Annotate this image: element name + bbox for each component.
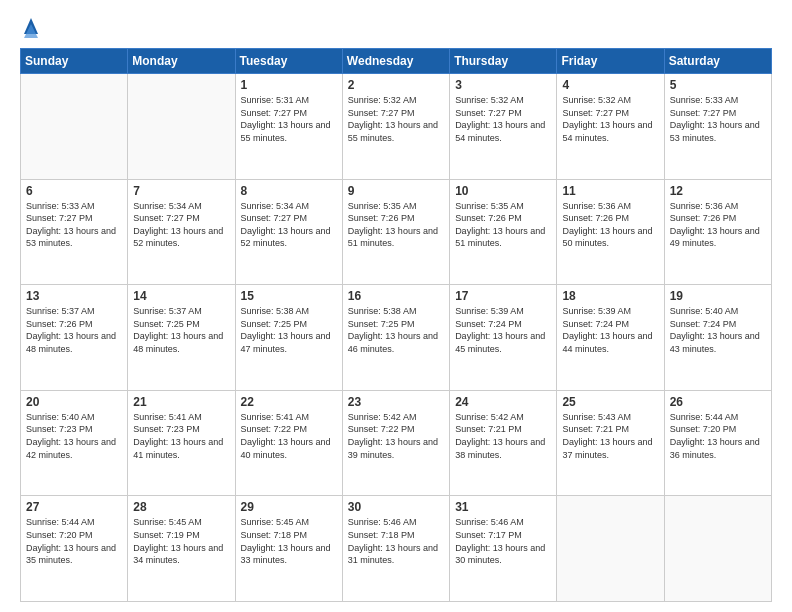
day-info: Sunrise: 5:32 AM Sunset: 7:27 PM Dayligh… — [348, 94, 444, 144]
day-number: 28 — [133, 500, 229, 514]
calendar-week-row: 1Sunrise: 5:31 AM Sunset: 7:27 PM Daylig… — [21, 74, 772, 180]
day-info: Sunrise: 5:34 AM Sunset: 7:27 PM Dayligh… — [241, 200, 337, 250]
table-row: 4Sunrise: 5:32 AM Sunset: 7:27 PM Daylig… — [557, 74, 664, 180]
day-info: Sunrise: 5:34 AM Sunset: 7:27 PM Dayligh… — [133, 200, 229, 250]
day-info: Sunrise: 5:41 AM Sunset: 7:23 PM Dayligh… — [133, 411, 229, 461]
table-row: 2Sunrise: 5:32 AM Sunset: 7:27 PM Daylig… — [342, 74, 449, 180]
day-number: 10 — [455, 184, 551, 198]
day-number: 18 — [562, 289, 658, 303]
table-row: 25Sunrise: 5:43 AM Sunset: 7:21 PM Dayli… — [557, 390, 664, 496]
logo-icon — [22, 16, 40, 38]
day-number: 17 — [455, 289, 551, 303]
day-number: 12 — [670, 184, 766, 198]
day-number: 1 — [241, 78, 337, 92]
page: Sunday Monday Tuesday Wednesday Thursday… — [0, 0, 792, 612]
table-row: 3Sunrise: 5:32 AM Sunset: 7:27 PM Daylig… — [450, 74, 557, 180]
table-row: 19Sunrise: 5:40 AM Sunset: 7:24 PM Dayli… — [664, 285, 771, 391]
table-row: 15Sunrise: 5:38 AM Sunset: 7:25 PM Dayli… — [235, 285, 342, 391]
day-info: Sunrise: 5:42 AM Sunset: 7:22 PM Dayligh… — [348, 411, 444, 461]
day-info: Sunrise: 5:35 AM Sunset: 7:26 PM Dayligh… — [455, 200, 551, 250]
header — [20, 16, 772, 40]
table-row — [21, 74, 128, 180]
col-sunday: Sunday — [21, 49, 128, 74]
col-tuesday: Tuesday — [235, 49, 342, 74]
table-row: 6Sunrise: 5:33 AM Sunset: 7:27 PM Daylig… — [21, 179, 128, 285]
day-number: 11 — [562, 184, 658, 198]
table-row: 17Sunrise: 5:39 AM Sunset: 7:24 PM Dayli… — [450, 285, 557, 391]
day-number: 23 — [348, 395, 444, 409]
table-row: 28Sunrise: 5:45 AM Sunset: 7:19 PM Dayli… — [128, 496, 235, 602]
table-row: 7Sunrise: 5:34 AM Sunset: 7:27 PM Daylig… — [128, 179, 235, 285]
day-info: Sunrise: 5:37 AM Sunset: 7:25 PM Dayligh… — [133, 305, 229, 355]
day-number: 13 — [26, 289, 122, 303]
day-number: 29 — [241, 500, 337, 514]
table-row: 21Sunrise: 5:41 AM Sunset: 7:23 PM Dayli… — [128, 390, 235, 496]
table-row — [664, 496, 771, 602]
col-monday: Monday — [128, 49, 235, 74]
table-row: 13Sunrise: 5:37 AM Sunset: 7:26 PM Dayli… — [21, 285, 128, 391]
table-row: 24Sunrise: 5:42 AM Sunset: 7:21 PM Dayli… — [450, 390, 557, 496]
day-number: 16 — [348, 289, 444, 303]
table-row — [557, 496, 664, 602]
table-row: 9Sunrise: 5:35 AM Sunset: 7:26 PM Daylig… — [342, 179, 449, 285]
day-info: Sunrise: 5:32 AM Sunset: 7:27 PM Dayligh… — [455, 94, 551, 144]
table-row: 22Sunrise: 5:41 AM Sunset: 7:22 PM Dayli… — [235, 390, 342, 496]
table-row: 31Sunrise: 5:46 AM Sunset: 7:17 PM Dayli… — [450, 496, 557, 602]
day-info: Sunrise: 5:39 AM Sunset: 7:24 PM Dayligh… — [562, 305, 658, 355]
calendar-week-row: 6Sunrise: 5:33 AM Sunset: 7:27 PM Daylig… — [21, 179, 772, 285]
col-thursday: Thursday — [450, 49, 557, 74]
day-info: Sunrise: 5:40 AM Sunset: 7:23 PM Dayligh… — [26, 411, 122, 461]
col-saturday: Saturday — [664, 49, 771, 74]
day-number: 4 — [562, 78, 658, 92]
day-number: 26 — [670, 395, 766, 409]
col-wednesday: Wednesday — [342, 49, 449, 74]
day-info: Sunrise: 5:32 AM Sunset: 7:27 PM Dayligh… — [562, 94, 658, 144]
table-row: 26Sunrise: 5:44 AM Sunset: 7:20 PM Dayli… — [664, 390, 771, 496]
table-row: 5Sunrise: 5:33 AM Sunset: 7:27 PM Daylig… — [664, 74, 771, 180]
day-info: Sunrise: 5:36 AM Sunset: 7:26 PM Dayligh… — [562, 200, 658, 250]
table-row: 23Sunrise: 5:42 AM Sunset: 7:22 PM Dayli… — [342, 390, 449, 496]
calendar-week-row: 27Sunrise: 5:44 AM Sunset: 7:20 PM Dayli… — [21, 496, 772, 602]
table-row: 1Sunrise: 5:31 AM Sunset: 7:27 PM Daylig… — [235, 74, 342, 180]
table-row: 12Sunrise: 5:36 AM Sunset: 7:26 PM Dayli… — [664, 179, 771, 285]
table-row: 27Sunrise: 5:44 AM Sunset: 7:20 PM Dayli… — [21, 496, 128, 602]
day-number: 19 — [670, 289, 766, 303]
calendar-header-row: Sunday Monday Tuesday Wednesday Thursday… — [21, 49, 772, 74]
day-number: 15 — [241, 289, 337, 303]
day-number: 8 — [241, 184, 337, 198]
day-info: Sunrise: 5:41 AM Sunset: 7:22 PM Dayligh… — [241, 411, 337, 461]
day-number: 22 — [241, 395, 337, 409]
day-info: Sunrise: 5:42 AM Sunset: 7:21 PM Dayligh… — [455, 411, 551, 461]
day-info: Sunrise: 5:33 AM Sunset: 7:27 PM Dayligh… — [670, 94, 766, 144]
day-info: Sunrise: 5:35 AM Sunset: 7:26 PM Dayligh… — [348, 200, 444, 250]
table-row: 14Sunrise: 5:37 AM Sunset: 7:25 PM Dayli… — [128, 285, 235, 391]
day-info: Sunrise: 5:31 AM Sunset: 7:27 PM Dayligh… — [241, 94, 337, 144]
day-info: Sunrise: 5:36 AM Sunset: 7:26 PM Dayligh… — [670, 200, 766, 250]
day-info: Sunrise: 5:45 AM Sunset: 7:18 PM Dayligh… — [241, 516, 337, 566]
day-info: Sunrise: 5:38 AM Sunset: 7:25 PM Dayligh… — [241, 305, 337, 355]
table-row: 20Sunrise: 5:40 AM Sunset: 7:23 PM Dayli… — [21, 390, 128, 496]
day-number: 3 — [455, 78, 551, 92]
table-row: 8Sunrise: 5:34 AM Sunset: 7:27 PM Daylig… — [235, 179, 342, 285]
day-info: Sunrise: 5:43 AM Sunset: 7:21 PM Dayligh… — [562, 411, 658, 461]
day-info: Sunrise: 5:37 AM Sunset: 7:26 PM Dayligh… — [26, 305, 122, 355]
day-info: Sunrise: 5:46 AM Sunset: 7:17 PM Dayligh… — [455, 516, 551, 566]
day-number: 21 — [133, 395, 229, 409]
day-number: 6 — [26, 184, 122, 198]
day-number: 25 — [562, 395, 658, 409]
day-info: Sunrise: 5:39 AM Sunset: 7:24 PM Dayligh… — [455, 305, 551, 355]
table-row: 11Sunrise: 5:36 AM Sunset: 7:26 PM Dayli… — [557, 179, 664, 285]
day-number: 31 — [455, 500, 551, 514]
day-info: Sunrise: 5:40 AM Sunset: 7:24 PM Dayligh… — [670, 305, 766, 355]
day-info: Sunrise: 5:45 AM Sunset: 7:19 PM Dayligh… — [133, 516, 229, 566]
day-info: Sunrise: 5:38 AM Sunset: 7:25 PM Dayligh… — [348, 305, 444, 355]
day-number: 2 — [348, 78, 444, 92]
day-info: Sunrise: 5:44 AM Sunset: 7:20 PM Dayligh… — [26, 516, 122, 566]
calendar-week-row: 20Sunrise: 5:40 AM Sunset: 7:23 PM Dayli… — [21, 390, 772, 496]
day-number: 20 — [26, 395, 122, 409]
day-info: Sunrise: 5:46 AM Sunset: 7:18 PM Dayligh… — [348, 516, 444, 566]
day-number: 5 — [670, 78, 766, 92]
calendar-table: Sunday Monday Tuesday Wednesday Thursday… — [20, 48, 772, 602]
logo — [20, 16, 40, 40]
table-row: 30Sunrise: 5:46 AM Sunset: 7:18 PM Dayli… — [342, 496, 449, 602]
